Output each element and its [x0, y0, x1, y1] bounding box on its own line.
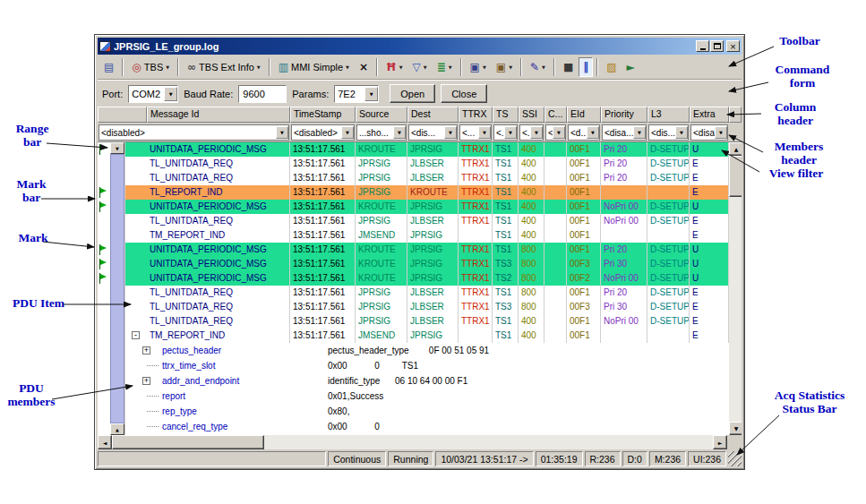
export-log-dropdown[interactable]: ▣▼: [492, 57, 517, 77]
dropdown-arrow-icon[interactable]: ▼: [341, 126, 354, 139]
horizontal-scroll-thumb[interactable]: [112, 435, 264, 449]
expand-toggle[interactable]: +: [142, 346, 150, 355]
view-filter-message[interactable]: <disabled>▼: [99, 124, 289, 141]
tbs-ext-info-dropdown[interactable]: ∞TBS Ext Info▼: [183, 57, 265, 77]
mark-flag-icon[interactable]: [99, 144, 108, 155]
view-filter-eid[interactable]: <d...▼: [568, 124, 600, 141]
log-row[interactable]: TL_REPORT_IND13:51:17.561JPRSIGKROUTETTR…: [125, 185, 729, 200]
vertical-scrollbar[interactable]: ▲ ▼: [729, 142, 742, 435]
close-port-button[interactable]: Close: [441, 84, 487, 103]
log-row[interactable]: UNITDATA_PERIODIC_MSG13:51:17.561KROUTEJ…: [125, 243, 729, 257]
column-header-extra[interactable]: Extra: [690, 107, 729, 123]
log-row[interactable]: UNITDATA_PERIODIC_MSG13:51:17.561KROUTEJ…: [125, 271, 729, 286]
pdu-member-row[interactable]: report0x01,Success: [125, 389, 729, 404]
view-filter-c[interactable]: <..▼: [545, 124, 566, 141]
column-header-pri[interactable]: Priority: [601, 107, 647, 123]
pdu-member-row[interactable]: ttrx_time_slot0x00 0 TS1: [125, 358, 729, 373]
chevron-down-icon[interactable]: ▼: [364, 87, 378, 101]
go-button[interactable]: ►: [622, 57, 639, 77]
mark-tool-dropdown[interactable]: Ħ▼: [382, 57, 407, 77]
view-filter-pri[interactable]: <disa...▼: [602, 124, 647, 141]
range-top-button[interactable]: ▼: [110, 142, 124, 154]
log-view-button[interactable]: ▤: [99, 57, 118, 77]
scroll-up-button[interactable]: ▲: [729, 142, 742, 156]
pdu-member-row[interactable]: +pectus_headerpectus_header_type 0F 00 5…: [125, 343, 729, 358]
filter-tool-dropdown[interactable]: ▽▼: [408, 57, 432, 77]
dropdown-arrow-icon[interactable]: ▼: [478, 126, 491, 139]
pause-acq-button[interactable]: ‖: [579, 57, 593, 77]
view-filter-extra[interactable]: <disa▼: [690, 124, 728, 141]
vertical-scroll-track[interactable]: [729, 156, 742, 422]
save-log-dropdown[interactable]: ▣▼: [466, 57, 491, 77]
dropdown-arrow-icon[interactable]: ▼: [553, 126, 565, 139]
view-filter-ssi[interactable]: <..▼: [519, 124, 544, 141]
scroll-left-button[interactable]: ◄: [98, 435, 112, 449]
close-button[interactable]: ×: [726, 40, 740, 52]
maximize-button[interactable]: [710, 40, 724, 52]
port-combo[interactable]: COM2 ▼: [128, 85, 178, 103]
dropdown-arrow-icon[interactable]: ▼: [504, 126, 517, 139]
pdu-member-row[interactable]: cancel_req_type0x00 0: [125, 419, 729, 434]
dropdown-arrow-icon[interactable]: ▼: [715, 126, 727, 139]
chevron-down-icon[interactable]: ▼: [164, 87, 177, 101]
column-header-time[interactable]: TimeStamp: [290, 107, 356, 123]
log-row[interactable]: TL_UNITDATA_REQ13:51:17.561JPRSIGJLBSERT…: [125, 214, 729, 228]
tree-view-dropdown[interactable]: ≣▼: [433, 57, 457, 77]
view-filter-dest[interactable]: <dis...▼: [408, 124, 458, 141]
scroll-down-button[interactable]: ▼: [729, 422, 742, 435]
mark-flag-icon[interactable]: [99, 201, 108, 212]
log-row[interactable]: TL_UNITDATA_REQ13:51:17.561JPRSIGJLBSERT…: [125, 286, 729, 300]
column-header-l3[interactable]: L3: [647, 107, 690, 123]
log-row[interactable]: UNITDATA_PERIODIC_MSG13:51:17.561KROUTEJ…: [125, 142, 729, 157]
column-header-message[interactable]: Message Id: [147, 107, 290, 123]
log-row[interactable]: UNITDATA_PERIODIC_MSG13:51:17.561KROUTEJ…: [125, 200, 729, 214]
scroll-right-button[interactable]: ►: [713, 435, 727, 449]
mark-flag-icon[interactable]: [99, 273, 108, 284]
log-row[interactable]: TL_UNITDATA_REQ13:51:17.561JPRSIGJLBSERT…: [125, 300, 729, 314]
params-combo[interactable]: 7E2 ▼: [334, 85, 379, 103]
dropdown-arrow-icon[interactable]: ▼: [633, 126, 646, 139]
column-header-source[interactable]: Source: [356, 107, 407, 123]
view-filter-source[interactable]: ...sho...▼: [356, 124, 407, 141]
open-button[interactable]: Open: [390, 84, 435, 103]
title-bar[interactable]: JPRSIG_LE_group.log ×: [98, 38, 742, 55]
column-header-ts[interactable]: TS: [493, 107, 519, 123]
resize-grip[interactable]: [728, 451, 742, 466]
log-row[interactable]: TL_UNITDATA_REQ13:51:17.561JPRSIGJLBSERT…: [125, 314, 729, 329]
column-header-ssi[interactable]: SSI: [519, 107, 544, 123]
view-filter-l3[interactable]: <dis...▼: [648, 124, 689, 141]
pdu-member-row[interactable]: +addr_and_endpointidentific_type 06 10 6…: [125, 373, 729, 389]
dropdown-arrow-icon[interactable]: ▼: [530, 126, 543, 139]
range-bottom-button[interactable]: ▲: [110, 423, 124, 435]
dropdown-arrow-icon[interactable]: ▼: [276, 126, 288, 139]
mark-flag-icon[interactable]: [99, 244, 108, 255]
expand-toggle[interactable]: +: [142, 377, 150, 385]
mmi-simple-dropdown[interactable]: ▥MMI Simple▼: [274, 57, 354, 77]
dropdown-arrow-icon[interactable]: ▼: [444, 126, 457, 139]
close-view-button[interactable]: ×: [355, 57, 373, 77]
vertical-scroll-thumb[interactable]: [729, 156, 742, 197]
mark-flag-icon[interactable]: [99, 187, 108, 198]
range-bar-fill[interactable]: [110, 154, 124, 423]
view-filter-ts[interactable]: <..▼: [493, 124, 518, 141]
log-row[interactable]: TL_UNITDATA_REQ13:51:17.561JPRSIGJLBSERT…: [125, 171, 729, 185]
dropdown-arrow-icon[interactable]: ▼: [675, 126, 688, 139]
tbs-dropdown[interactable]: ◎TBS▼: [127, 57, 174, 77]
mark-bar[interactable]: [98, 142, 110, 435]
dropdown-arrow-icon[interactable]: ▼: [587, 126, 599, 139]
column-header-eid[interactable]: EId: [567, 107, 601, 123]
view-filter-ttrx[interactable]: <...▼: [459, 124, 492, 141]
log-row[interactable]: UNITDATA_PERIODIC_MSG13:51:17.561KROUTEJ…: [125, 257, 729, 271]
log-row[interactable]: TM_REPORT_IND13:51:17.561JMSENDJPRSIGTS1…: [125, 228, 729, 243]
pdu-member-row[interactable]: rep_type0x80,: [125, 404, 729, 419]
horizontal-scrollbar[interactable]: ◄ ►: [98, 435, 727, 449]
mark-flag-icon[interactable]: [99, 259, 108, 269]
minimize-button[interactable]: [696, 40, 709, 52]
stop-acq-button[interactable]: ■: [559, 57, 578, 77]
horizontal-scroll-track[interactable]: [112, 435, 713, 449]
color-settings-button[interactable]: ▨: [602, 57, 621, 77]
ink-marker-dropdown[interactable]: ✎▼: [526, 57, 550, 77]
range-bar[interactable]: ▼ ▲: [110, 142, 125, 435]
column-header-c[interactable]: C...: [544, 107, 567, 123]
baud-rate-input[interactable]: 9600: [238, 85, 287, 103]
